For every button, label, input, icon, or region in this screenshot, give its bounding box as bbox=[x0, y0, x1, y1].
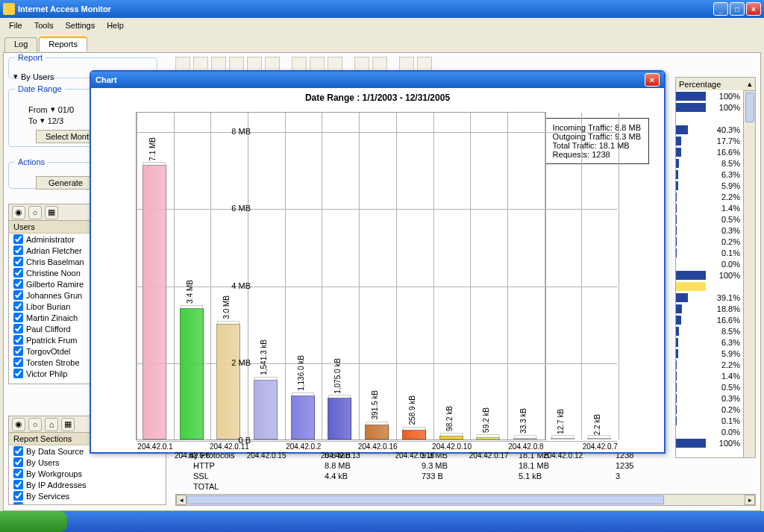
user-checkbox[interactable] bbox=[13, 301, 23, 311]
chart-bar bbox=[180, 308, 204, 439]
user-checkbox[interactable] bbox=[13, 268, 23, 278]
to-value[interactable]: 12/3 bbox=[48, 116, 63, 125]
scroll-right-button[interactable]: ▸ bbox=[745, 495, 755, 505]
section-name: By Data Source bbox=[26, 447, 84, 456]
user-checkbox[interactable] bbox=[13, 279, 23, 289]
section-checkbox[interactable] bbox=[13, 469, 23, 478]
toolbar-button[interactable] bbox=[372, 57, 387, 72]
user-checkbox[interactable] bbox=[13, 324, 23, 334]
user-checkbox[interactable] bbox=[13, 346, 23, 356]
user-name: Libor Burian bbox=[26, 302, 70, 311]
section-checkbox[interactable] bbox=[13, 446, 23, 456]
user-checkbox[interactable] bbox=[13, 313, 23, 322]
tab-reports[interactable]: Reports bbox=[39, 37, 87, 51]
toolbar-button[interactable] bbox=[354, 57, 369, 72]
tool-target-icon[interactable]: ◉ bbox=[12, 418, 25, 431]
grid-row[interactable]: TOTAL bbox=[175, 482, 756, 492]
user-checkbox[interactable] bbox=[13, 357, 23, 367]
chart-bar bbox=[513, 438, 537, 439]
section-checkbox[interactable] bbox=[13, 457, 23, 467]
user-checkbox[interactable] bbox=[13, 257, 23, 266]
bar-value-label: 12.7 kB bbox=[557, 409, 565, 434]
report-legend: Report bbox=[15, 53, 46, 62]
tool-grid-icon[interactable]: ▦ bbox=[45, 206, 58, 219]
section-checkbox[interactable] bbox=[13, 491, 23, 501]
toolbar-button[interactable] bbox=[265, 57, 280, 72]
chevron-down-icon[interactable]: ▾ bbox=[51, 104, 55, 114]
x-tick-label: 204.42.0.16 bbox=[348, 442, 407, 451]
scrollbar-thumb[interactable] bbox=[745, 93, 754, 122]
x-tick-label: 204.42.0.2 bbox=[275, 442, 333, 451]
percent-value: 100% bbox=[706, 271, 743, 280]
user-checkbox[interactable] bbox=[13, 290, 23, 300]
menu-file[interactable]: File bbox=[3, 19, 28, 31]
scrollbar-thumb[interactable] bbox=[187, 495, 664, 504]
vertical-scrollbar[interactable] bbox=[744, 90, 756, 458]
percent-value: 100% bbox=[706, 439, 743, 448]
maximize-button[interactable]: □ bbox=[730, 2, 745, 16]
y-tick: 2 MB bbox=[231, 358, 251, 367]
menu-tools[interactable]: Tools bbox=[28, 19, 60, 31]
user-name: Christine Noon bbox=[26, 269, 81, 278]
user-checkbox[interactable] bbox=[13, 234, 23, 244]
user-name: Administrator bbox=[26, 235, 75, 244]
toolbar-button[interactable] bbox=[399, 57, 414, 72]
section-row[interactable]: By Services bbox=[9, 490, 166, 501]
user-checkbox[interactable] bbox=[13, 245, 23, 255]
menu-help[interactable]: Help bbox=[101, 19, 130, 31]
section-row[interactable]: By Protocols bbox=[9, 501, 166, 505]
tool-circle-icon[interactable]: ○ bbox=[28, 418, 42, 431]
tool-grid-icon[interactable]: ▦ bbox=[61, 418, 75, 431]
grid-row[interactable]: HTTP8.8 MB9.3 MB18.1 MB1235 bbox=[175, 461, 756, 472]
percent-value: 2.2% bbox=[677, 193, 743, 201]
chart-bar bbox=[402, 430, 426, 439]
section-checkbox[interactable] bbox=[13, 480, 23, 489]
minimize-button[interactable]: _ bbox=[713, 2, 728, 16]
menu-settings[interactable]: Settings bbox=[59, 19, 101, 31]
section-row[interactable]: By IP Addresses bbox=[9, 479, 166, 490]
close-button[interactable]: × bbox=[746, 2, 761, 16]
chevron-down-icon[interactable]: ▾ bbox=[40, 116, 45, 125]
toolbar-button[interactable] bbox=[310, 57, 325, 72]
user-checkbox[interactable] bbox=[13, 335, 23, 345]
grid-row[interactable]: SSL4.4 kB733 B5.1 kB3 bbox=[175, 472, 756, 482]
toolbar-button[interactable] bbox=[229, 57, 244, 72]
user-checkbox[interactable] bbox=[13, 369, 23, 378]
bar-value-label: 1,075.0 kB bbox=[334, 358, 342, 394]
percent-value: 100% bbox=[706, 92, 743, 101]
horizontal-scrollbar[interactable]: ◂ ▸ bbox=[175, 494, 756, 506]
percent-row bbox=[676, 281, 743, 292]
bar-value-label: 3.4 MB bbox=[186, 280, 194, 304]
section-checkbox[interactable] bbox=[13, 502, 23, 505]
percent-value: 40.3% bbox=[688, 125, 743, 134]
start-button[interactable] bbox=[0, 511, 67, 532]
scroll-left-button[interactable]: ◂ bbox=[176, 495, 187, 505]
window-title: Internet Access Monitor bbox=[18, 4, 111, 13]
percent-bar bbox=[676, 103, 706, 112]
toolbar-button[interactable] bbox=[175, 57, 190, 72]
chart-titlebar[interactable]: Chart × bbox=[91, 72, 664, 88]
section-row[interactable]: By Users bbox=[9, 457, 166, 468]
toolbar-button[interactable] bbox=[328, 57, 342, 72]
tool-home-icon[interactable]: ⌂ bbox=[45, 418, 58, 431]
percentage-header[interactable]: Percentage ▴ bbox=[675, 77, 756, 91]
toolbar-button[interactable] bbox=[417, 57, 432, 72]
tab-log[interactable]: Log bbox=[4, 37, 37, 52]
y-tick: 4 MB bbox=[231, 281, 251, 290]
toolbar-button[interactable] bbox=[292, 57, 307, 72]
percent-value: 8.5% bbox=[679, 327, 743, 336]
chart-close-button[interactable]: × bbox=[645, 73, 660, 87]
x-tick-label: 204.42.0.18 bbox=[386, 451, 444, 460]
percent-value: 0.1% bbox=[677, 416, 743, 425]
tool-circle-icon[interactable]: ○ bbox=[28, 206, 42, 219]
generate-button[interactable]: Generate bbox=[36, 176, 96, 190]
tool-target-icon[interactable]: ◉ bbox=[12, 206, 25, 219]
from-value[interactable]: 01/0 bbox=[58, 105, 74, 114]
percent-row: 100% bbox=[676, 269, 743, 281]
toolbar-button[interactable] bbox=[211, 57, 226, 72]
percent-row: 2.2% bbox=[676, 359, 743, 370]
toolbar-button[interactable] bbox=[193, 57, 208, 72]
toolbar-button[interactable] bbox=[247, 57, 262, 72]
section-row[interactable]: By Workgroups bbox=[9, 468, 166, 479]
percent-row: 0.0% bbox=[676, 258, 743, 269]
